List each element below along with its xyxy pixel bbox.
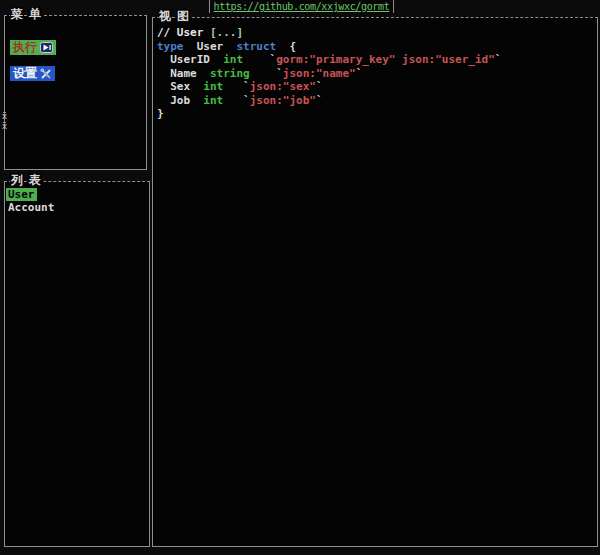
code-token-type: string	[210, 67, 250, 80]
settings-button-label: 设置	[13, 66, 37, 81]
code-line: }	[157, 107, 595, 121]
border-artifact-mark: ẍ	[0, 111, 9, 121]
code-token-plain: }	[157, 107, 164, 120]
code-token-plain: `	[243, 53, 276, 66]
menu-panel-title: 菜单	[10, 7, 42, 22]
code-token-plain: Sex	[157, 80, 203, 93]
code-token-plain: `	[223, 94, 250, 107]
code-token-plain: {	[276, 40, 296, 53]
code-token-tag: json:"job"	[250, 94, 316, 107]
view-panel-title: 视图	[158, 9, 190, 24]
code-token-tag: json:"name"	[283, 67, 356, 80]
panel-title-char: 菜	[10, 7, 24, 22]
list-panel: 列表 UserAccount	[4, 181, 150, 547]
repo-url-link[interactable]: https://github.com/xxjwxc/gormt	[214, 1, 390, 12]
menu-panel: 菜单 执行 设置	[4, 15, 147, 170]
code-token-plain: `	[356, 67, 363, 80]
code-line: type User struct {	[157, 40, 595, 54]
list-item-user[interactable]: User	[6, 186, 147, 199]
code-token-keyword: struct	[236, 40, 276, 53]
panel-title-char: 单	[28, 7, 42, 22]
wrench-icon	[40, 68, 52, 80]
code-token-plain: Job	[157, 94, 203, 107]
code-view: // User [...]type User struct { UserID i…	[157, 26, 595, 121]
code-token-type: int	[203, 94, 223, 107]
code-token-plain: `	[250, 67, 283, 80]
run-button-label: 执行	[13, 40, 37, 55]
code-token-plain: User	[184, 40, 237, 53]
code-token-plain: `	[316, 80, 323, 93]
code-token-tag: json:"sex"	[250, 80, 316, 93]
run-button[interactable]: 执行	[10, 40, 56, 55]
code-token-plain: `	[316, 94, 323, 107]
panel-title-char: 图	[176, 9, 190, 24]
list-item-label: Account	[6, 201, 56, 214]
code-token-tag: gorm:"primary_key" json:"user_id"	[276, 53, 495, 66]
code-token-plain: UserID	[157, 53, 223, 66]
code-token-keyword: type	[157, 40, 184, 53]
border-artifact-marks: ẍẍ	[0, 111, 9, 131]
view-panel: 视图 // User [...]type User struct { UserI…	[152, 17, 598, 547]
border-artifact-mark: ẍ	[0, 121, 9, 131]
code-line: UserID int `gorm:"primary_key" json:"use…	[157, 53, 595, 67]
code-line: Sex int `json:"sex"`	[157, 80, 595, 94]
code-line: Name string `json:"name"`	[157, 67, 595, 81]
list-item-account[interactable]: Account	[6, 199, 147, 212]
play-icon	[40, 42, 53, 53]
code-line: // User [...]	[157, 26, 595, 40]
code-token-type: int	[203, 80, 223, 93]
code-token-comment_dim: [...]	[210, 26, 243, 39]
code-token-plain: `	[223, 80, 250, 93]
url-bar: https://github.com/xxjwxc/gormt	[209, 0, 394, 13]
gormt-tui-app: https://github.com/xxjwxc/gormt 菜单 执行 设置	[0, 0, 600, 555]
settings-button[interactable]: 设置	[10, 66, 55, 81]
code-token-type: int	[223, 53, 243, 66]
code-token-plain: `	[495, 53, 502, 66]
code-token-comment: // User	[157, 26, 210, 39]
panel-title-char: 视	[158, 9, 172, 24]
code-line: Job int `json:"job"`	[157, 94, 595, 108]
table-list: UserAccount	[6, 186, 147, 212]
code-token-plain: Name	[157, 67, 210, 80]
